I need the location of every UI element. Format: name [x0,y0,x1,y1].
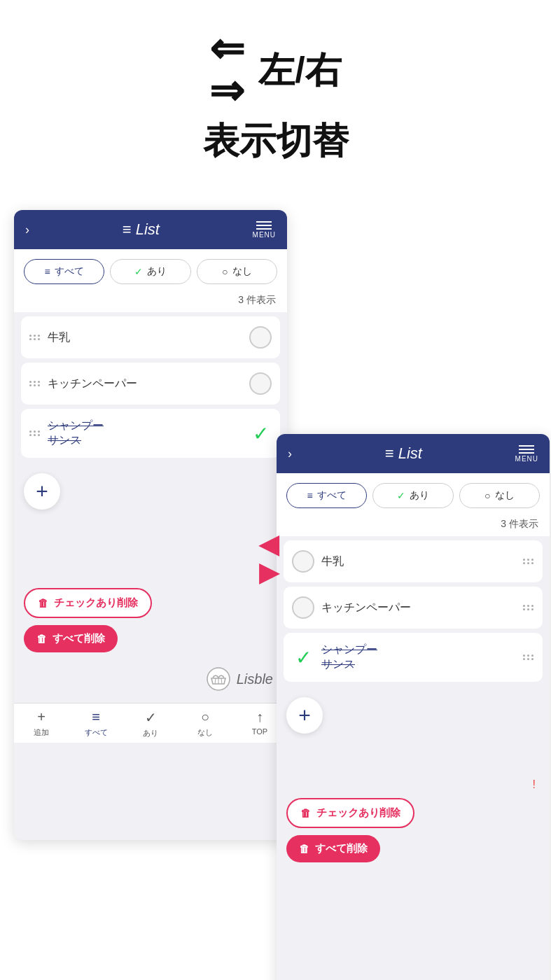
btn-check-delete-label-r: チェックあり削除 [316,806,400,820]
menu-line-2 [256,225,272,226]
nav-all-icon-left: ≡ [92,709,100,725]
tab-checked-right[interactable]: ✓ あり [372,483,453,508]
list-item-3-right[interactable]: ✓ シャンプーサンス [284,633,543,682]
item-text-3-left: シャンプーサンス [48,419,242,448]
nav-add-icon-left: + [37,709,46,725]
menu-lines-left [256,221,272,230]
drag-handle-2-left [29,381,41,386]
check-circle-2-right[interactable] [292,596,314,619]
item-text-3-right: シャンプーサンス [321,643,516,672]
list-item-3-left[interactable]: シャンプーサンス ✓ [21,409,280,458]
tab-checked-left[interactable]: ✓ あり [110,259,190,284]
instruction-icon: ⇐⇐ 左/右 [209,28,341,112]
spacer-left [14,521,287,563]
nav-all-label-left: すべて [85,727,108,738]
menu-line-r2 [519,449,534,450]
count-label-left: 3 件表示 [14,291,287,312]
btn-check-delete-right[interactable]: 🗑 チェックあり削除 [286,798,414,828]
app-header-left: › ≡ List MENU [14,210,287,249]
count-label-right: 3 件表示 [277,515,550,536]
drag-handle-2-right [523,605,534,610]
nav-checked-label-left: あり [143,728,158,738]
tab-checked-label: あり [147,265,167,278]
tab-none-icon-r: ○ [484,490,490,501]
list-item-2-right[interactable]: キッチンペーパー [284,587,543,629]
nav-checked-left[interactable]: ✓ あり [123,704,178,743]
menu-label-left: MENU [253,231,276,239]
btn-all-delete-label: すべて削除 [53,632,105,645]
tab-checked-icon: ✓ [134,266,143,277]
btn-check-delete-label: チェックあり削除 [54,596,138,610]
action-notice-right: ! [286,778,540,791]
add-button-right[interactable]: + [286,697,323,734]
menu-line-r1 [519,445,534,447]
swap-arrow-icon: ⇐⇐ [209,28,244,112]
nav-none-left[interactable]: ○ なし [178,704,232,743]
menu-line-r3 [519,452,534,454]
check-circle-3-right[interactable]: ✓ [292,646,314,668]
item-text-2-left: キッチンペーパー [48,377,242,391]
btn-all-delete-right[interactable]: 🗑 すべて削除 [286,835,380,862]
header-title-left: ≡ List [123,220,160,239]
list-item-2-left[interactable]: キッチンペーパー [21,363,280,405]
filter-tabs-left: ≡ すべて ✓ あり ○ なし [14,249,287,291]
right-arrow-icon: ▶ [259,560,279,585]
nav-top-label-left: TOP [252,727,267,736]
btn-check-delete-left[interactable]: 🗑 チェックあり削除 [24,588,152,618]
nav-top-icon-left: ↑ [256,709,263,725]
header-chevron-right[interactable]: › [288,447,292,461]
list-item-1-right[interactable]: 牛乳 [284,540,543,582]
bottom-nav-left: + 追加 ≡ すべて ✓ あり ○ なし ↑ TOP [14,703,287,743]
list-container-right: 牛乳 キッチンペーパー ✓ シャンプーサンス [277,536,550,686]
nav-all-left[interactable]: ≡ すべて [69,704,123,743]
add-button-left[interactable]: + [24,473,60,510]
nav-add-label-left: 追加 [34,727,49,738]
logo-area-left: Lisble [14,661,287,703]
tab-none-label: なし [232,265,252,278]
header-title-icon-right: ≡ [385,444,394,462]
tab-all-icon-r: ≡ [307,490,313,501]
spacer-right [277,745,550,773]
tab-none-right[interactable]: ○ なし [459,483,540,508]
list-item-1-left[interactable]: 牛乳 [21,316,280,358]
menu-line-3 [256,228,272,230]
header-menu-left[interactable]: MENU [253,221,276,239]
check-circle-3-left[interactable]: ✓ [249,422,272,444]
check-circle-1-left[interactable] [249,326,272,349]
drag-handle-3-left [29,430,41,436]
header-menu-right[interactable]: MENU [515,445,538,463]
header-chevron-left[interactable]: › [25,223,29,237]
nav-add-left[interactable]: + 追加 [14,704,69,743]
btn-all-delete-icon-r: 🗑 [299,843,309,855]
instruction-title-line1: 左/右 [258,48,341,92]
action-area-right: ! 🗑 チェックあり削除 🗑 すべて削除 [277,773,550,871]
add-button-container-left: + [14,462,287,521]
tab-none-icon: ○ [222,266,228,277]
instruction-title-line2: 表示切替 [203,119,349,162]
tab-none-label-r: なし [495,489,515,502]
action-area-left: ! 🗑 チェックあり削除 🗑 すべて削除 [14,563,287,661]
logo-basket-icon [206,666,231,692]
tab-checked-label-r: あり [410,489,429,502]
tab-all-right[interactable]: ≡ すべて [286,483,367,508]
tab-all-icon: ≡ [45,266,50,277]
filter-tabs-right: ≡ すべて ✓ あり ○ なし [277,473,550,515]
nav-none-icon-left: ○ [201,709,209,725]
left-arrow-icon: ◀ [259,532,279,557]
tab-all-left[interactable]: ≡ すべて [24,259,104,284]
nav-none-label-left: なし [197,727,213,738]
item-text-2-right: キッチンペーパー [321,601,516,615]
list-container-left: 牛乳 キッチンペーパー シャンプーサンス ✓ [14,312,287,462]
btn-check-delete-icon-r: 🗑 [300,807,311,819]
check-circle-1-right[interactable] [292,550,314,573]
btn-all-delete-left[interactable]: 🗑 すべて削除 [24,625,118,652]
check-circle-2-left[interactable] [249,372,272,395]
item-text-1-right: 牛乳 [321,554,516,569]
menu-label-right: MENU [515,455,538,463]
drag-handle-3-right [523,654,534,660]
tab-none-left[interactable]: ○ なし [197,259,277,284]
action-notice-left: ! [24,568,277,581]
header-title-text-left: List [136,220,160,238]
btn-all-delete-icon: 🗑 [36,633,47,645]
header-title-text-right: List [398,444,422,462]
